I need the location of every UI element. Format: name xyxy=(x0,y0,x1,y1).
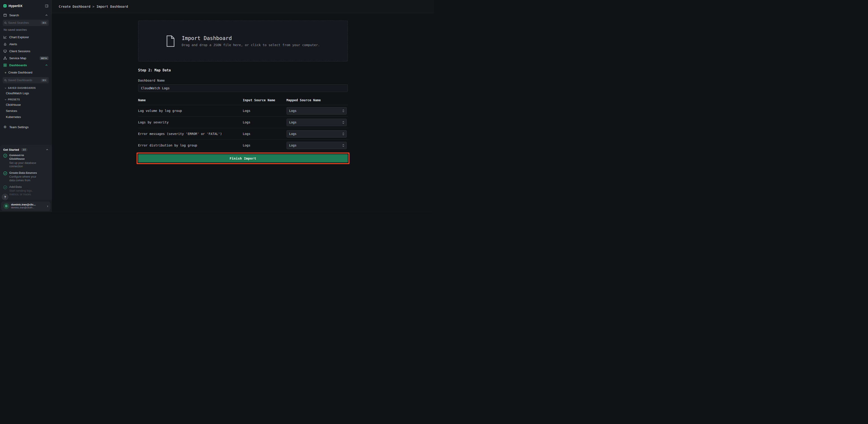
search-section-label: Search xyxy=(9,13,42,17)
nav-label: Dashboards xyxy=(9,64,42,67)
sidebar: HyperDX Search ⌘K No saved searches Char… xyxy=(0,0,52,212)
sidebar-item-dashboards[interactable]: Dashboards xyxy=(0,62,52,69)
chart-name: Logs by severity xyxy=(138,121,243,124)
input-source-value: Logs xyxy=(243,109,286,112)
get-started-panel: Get Started 3/3 Connect to ClickHouse Se… xyxy=(0,145,52,200)
service-map-icon xyxy=(3,57,7,60)
create-dashboard-label: Create Dashboard xyxy=(8,71,32,74)
sidebar-item-client-sessions[interactable]: Client Sessions xyxy=(0,48,52,55)
avatar: D xyxy=(3,203,9,209)
select-updown-icon xyxy=(340,130,346,137)
mapped-source-select[interactable]: Logs xyxy=(286,130,347,138)
no-saved-searches-text: No saved searches xyxy=(0,27,52,34)
shortcut-badge: ⌘K xyxy=(41,79,47,82)
column-header-mapped-source: Mapped Source Name xyxy=(286,98,348,102)
chart-name: Log volume by log group xyxy=(138,109,243,112)
column-header-name: Name xyxy=(138,98,243,102)
step-subtitle: Configure where your data comes from xyxy=(9,175,40,182)
chevron-up-icon[interactable] xyxy=(44,64,49,66)
user-email: dominic.tran@clickh... xyxy=(11,206,36,209)
team-settings-label: Team Settings xyxy=(9,125,49,129)
sidebar-item-kubernetes[interactable]: Kubernetes xyxy=(0,114,52,120)
chevron-right-icon: › xyxy=(47,204,48,208)
step-title: Connect to ClickHouse xyxy=(9,154,38,161)
mapped-source-value: Logs xyxy=(287,143,340,147)
get-started-progress-badge: 3/3 xyxy=(21,148,28,152)
step-title: Add Data xyxy=(9,185,38,189)
nav-label: Alerts xyxy=(9,42,49,46)
get-started-step[interactable]: Create Data Sources Configure where your… xyxy=(3,171,49,183)
sidebar-toggle-icon[interactable] xyxy=(45,4,49,8)
dropzone-title: Import Dashboard xyxy=(182,35,320,41)
sidebar-item-service-map[interactable]: Service Map BETA xyxy=(0,55,52,62)
saved-dashboards-search[interactable]: ⌘K xyxy=(3,77,49,84)
input-source-value: Logs xyxy=(243,132,286,136)
breadcrumb-import-dashboard[interactable]: Import Dashboard xyxy=(96,5,128,8)
sidebar-item-chart-explorer[interactable]: Chart Explorer xyxy=(0,34,52,41)
saved-searches-search[interactable]: ⌘K xyxy=(3,20,49,26)
presets-header[interactable]: PRESETS xyxy=(0,96,52,102)
step-title: Create Data Sources xyxy=(9,171,38,175)
get-started-step[interactable]: Connect to ClickHouse Set up your databa… xyxy=(3,154,49,168)
gear-icon: ⚙ xyxy=(3,125,7,129)
app-title: HyperDX xyxy=(9,4,43,8)
mapped-source-select[interactable]: Logs xyxy=(286,119,347,126)
sidebar-item-cloudwatch-logs[interactable]: CloudWatch Logs xyxy=(0,90,52,96)
search-section-icon xyxy=(3,13,7,17)
breadcrumb-separator: > xyxy=(93,5,95,8)
column-header-input-source: Input Source Name xyxy=(243,98,286,102)
mapped-source-value: Logs xyxy=(287,121,340,124)
select-updown-icon xyxy=(340,119,346,126)
chevron-up-icon[interactable] xyxy=(44,14,49,17)
plus-icon: + xyxy=(4,71,6,74)
import-dropzone[interactable]: Import Dashboard Drag and drop a JSON fi… xyxy=(138,21,348,62)
search-icon xyxy=(4,79,7,81)
sidebar-item-alerts[interactable]: Alerts xyxy=(0,41,52,48)
alerts-bell-icon xyxy=(3,42,7,46)
chevron-down-icon xyxy=(4,99,6,101)
client-sessions-icon xyxy=(3,50,7,53)
chevron-up-icon[interactable] xyxy=(46,149,49,151)
saved-dashboards-header-label: SAVED DASHBOARDS xyxy=(8,87,36,89)
saved-dashboards-header[interactable]: SAVED DASHBOARDS xyxy=(0,85,52,90)
mapped-source-select[interactable]: Logs xyxy=(286,142,347,149)
check-circle-icon xyxy=(3,154,7,158)
saved-dashboards-input[interactable] xyxy=(8,79,39,82)
sidebar-item-clickhouse[interactable]: ClickHouse xyxy=(0,102,52,108)
nav-label: Client Sessions xyxy=(9,50,49,53)
get-started-step[interactable]: Add Data Start sending logs, metrics, or… xyxy=(3,185,49,196)
select-updown-icon xyxy=(340,107,346,115)
table-row: Logs by severity Logs Logs xyxy=(138,117,348,128)
mapped-source-select[interactable]: Logs xyxy=(286,107,347,115)
main-area: Create Dashboard > Import Dashboard Impo… xyxy=(52,0,434,212)
user-menu[interactable]: D dominic.tran@clic... dominic.tran@clic… xyxy=(1,202,50,210)
dashboards-grid-icon xyxy=(3,64,7,67)
help-button[interactable]: ? xyxy=(2,194,8,200)
sidebar-item-services[interactable]: Services xyxy=(0,108,52,114)
table-row: Error distribution by log group Logs Log… xyxy=(138,140,348,151)
chart-name: Error distribution by log group xyxy=(138,143,243,147)
mapped-source-value: Logs xyxy=(287,109,340,112)
table-row: Error messages (severity 'ERROR' or 'FAT… xyxy=(138,128,348,140)
chevron-down-icon xyxy=(4,87,6,89)
nav-label: Service Map xyxy=(9,57,37,60)
saved-searches-input[interactable] xyxy=(8,21,39,24)
table-row: Log volume by log group Logs Logs xyxy=(138,105,348,117)
sidebar-item-team-settings[interactable]: ⚙ Team Settings xyxy=(0,123,52,131)
finish-import-button[interactable]: Finish Import xyxy=(138,154,348,163)
dashboard-name-input[interactable] xyxy=(138,84,348,92)
dashboard-name-label: Dashboard Name xyxy=(138,79,348,82)
get-started-header[interactable]: Get Started 3/3 xyxy=(3,148,49,154)
search-icon xyxy=(4,22,7,24)
create-dashboard-button[interactable]: + Create Dashboard xyxy=(0,69,52,76)
breadcrumb-create-dashboard[interactable]: Create Dashboard xyxy=(59,5,90,8)
get-started-title: Get Started xyxy=(3,148,19,152)
chart-name: Error messages (severity 'ERROR' or 'FAT… xyxy=(138,132,243,136)
select-updown-icon xyxy=(340,142,346,149)
breadcrumb: Create Dashboard > Import Dashboard xyxy=(59,5,128,8)
dropzone-subtitle: Drag and drop a JSON file here, or click… xyxy=(182,43,320,47)
file-icon xyxy=(166,35,175,47)
hyperdx-logo-icon xyxy=(3,4,7,8)
mapped-source-value: Logs xyxy=(287,132,340,136)
sidebar-item-search[interactable]: Search xyxy=(0,12,52,19)
